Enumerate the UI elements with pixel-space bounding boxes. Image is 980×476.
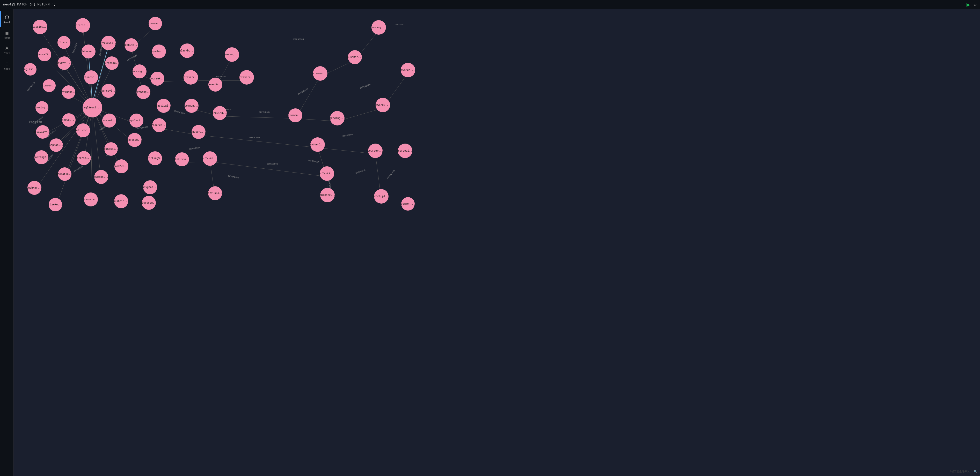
node-activat1[interactable] — [183, 70, 198, 85]
node-growing2[interactable] — [213, 106, 227, 120]
node-common4[interactable] — [288, 108, 302, 122]
sidebar-item-table[interactable]: ▦ Table — [0, 27, 13, 43]
svg-text:DEPENDSON: DEPENDSON — [73, 165, 83, 173]
node-messag1[interactable] — [132, 64, 146, 78]
node-blackbo[interactable] — [180, 43, 194, 58]
node-populari2[interactable] — [129, 114, 143, 127]
node-courseIt[interactable] — [38, 48, 51, 61]
node-pushBat[interactable] — [348, 50, 362, 64]
node-material2[interactable] — [77, 151, 91, 165]
node-seewoU[interactable] — [62, 113, 76, 127]
node-startingS1[interactable] — [148, 151, 162, 165]
node-growing4[interactable] — [35, 101, 48, 114]
node-sqlSessi2[interactable] — [104, 142, 118, 156]
node-pushSta[interactable] — [124, 38, 138, 52]
node-chinese2[interactable] — [84, 70, 98, 84]
sidebar-graph-label: Graph — [3, 21, 10, 24]
node-activat2[interactable] — [239, 70, 254, 85]
sidebar-code-label: Code — [4, 68, 10, 70]
svg-text:DEPENDSON: DEPENDSON — [259, 111, 270, 113]
zoom-indicator[interactable]: 🔍 — [974, 470, 977, 473]
node-pushMat[interactable] — [27, 181, 41, 195]
node-statusLo2[interactable] — [208, 186, 222, 200]
node-awardD1[interactable] — [208, 78, 222, 92]
node-courseW[interactable] — [368, 144, 383, 158]
node-ssvgDat[interactable] — [143, 180, 157, 194]
table-icon: ▦ — [6, 30, 8, 36]
node-growing1[interactable] — [137, 85, 150, 99]
star-button[interactable]: ☆ — [973, 2, 977, 7]
node-extensio[interactable] — [105, 56, 119, 70]
node-influen2[interactable] — [62, 86, 75, 99]
node-common2[interactable] — [313, 66, 328, 81]
svg-text:DEPENDSON: DEPENDSON — [174, 110, 185, 115]
svg-text:DEPENDSON: DEPENDSON — [127, 54, 138, 62]
main-layout: ⬡ Graph ▦ Table A Text ⊞ Code — [0, 9, 980, 476]
svg-text:DEPENDSON: DEPENDSON — [308, 159, 320, 163]
svg-text:DEPENDSON: DEPENDSON — [360, 83, 371, 89]
node-common6[interactable] — [401, 197, 415, 211]
node-userLogi[interactable] — [398, 144, 412, 158]
svg-text:DEPENDS: DEPENDS — [395, 24, 404, 26]
node-growing3[interactable] — [330, 111, 345, 125]
node-resource[interactable] — [84, 192, 98, 206]
node-populari1[interactable] — [152, 44, 166, 59]
node-enUserl1[interactable] — [191, 125, 205, 139]
node-messag2[interactable] — [225, 48, 239, 62]
node-taskDes[interactable] — [115, 159, 128, 173]
code-icon: ⊞ — [6, 61, 8, 67]
node-teach_pl[interactable] — [374, 189, 388, 204]
node-operatio[interactable] — [58, 167, 72, 181]
node-statusLo1[interactable] — [175, 152, 189, 167]
graph-svg: DEPENDSON DEPENDSON DEPENDSON DEPENDSON … — [13, 9, 980, 476]
svg-text:DEPENDSON: DEPENDSON — [189, 146, 200, 150]
node-startingS2[interactable] — [34, 150, 48, 164]
nodes-group[interactable]: sqlSessi... classical... material... inv… — [22, 17, 415, 211]
node-english[interactable] — [24, 63, 37, 76]
graph-icon: ⬡ — [5, 14, 9, 20]
sidebar-item-text[interactable]: A Text — [0, 43, 13, 58]
graph-canvas[interactable]: DEPENDSON DEPENDSON DEPENDSON DEPENDSON … — [13, 9, 980, 476]
node-common1[interactable] — [149, 17, 162, 30]
node-cwsMes[interactable] — [401, 63, 415, 77]
node-common5[interactable] — [94, 170, 108, 184]
svg-text:DEPENDSON: DEPENDSON — [27, 81, 36, 92]
node-payRefu[interactable] — [57, 56, 71, 70]
node-appMan[interactable] — [49, 138, 63, 152]
node-awardD2[interactable] — [375, 98, 390, 112]
node-inviteSta[interactable] — [101, 36, 116, 50]
node-chinese1[interactable] — [81, 44, 95, 59]
node-abTestD2[interactable] — [320, 188, 335, 202]
play-button[interactable]: ▶ — [967, 2, 970, 8]
node-courseVi[interactable] — [102, 84, 115, 98]
node-abTestS[interactable] — [320, 167, 334, 181]
node-classical1[interactable] — [33, 20, 48, 34]
node-common3[interactable] — [185, 99, 199, 113]
node-pushBin[interactable] — [114, 194, 128, 208]
node-influen1[interactable] — [57, 36, 70, 49]
node-enUserl2[interactable] — [310, 137, 325, 152]
svg-text:DEPENDSON: DEPENDSON — [72, 42, 78, 54]
node-abTestD1[interactable] — [203, 151, 217, 166]
svg-text:DEPENDSON: DEPENDSON — [215, 76, 226, 78]
sidebar-item-graph[interactable]: ⬡ Graph — [0, 11, 13, 27]
node-courseS[interactable] — [102, 114, 116, 127]
sidebar: ⬡ Graph ▦ Table A Text ⊞ Code — [0, 9, 13, 476]
node-material1[interactable] — [76, 18, 90, 33]
svg-text:DEPENDSON: DEPENDSON — [248, 136, 259, 139]
node-classical2[interactable] — [157, 99, 170, 113]
node-influen3[interactable] — [76, 124, 90, 137]
node-abTestM[interactable] — [127, 133, 142, 147]
node-sqlSessi1[interactable] — [83, 98, 102, 117]
node-courseP[interactable] — [150, 71, 164, 86]
node-activityM[interactable] — [36, 125, 49, 139]
sidebar-text-label: Text — [4, 52, 10, 55]
node-messag3[interactable] — [371, 20, 386, 35]
english-node-label: english . — [29, 121, 46, 124]
node-common7[interactable] — [43, 79, 56, 92]
sidebar-item-code[interactable]: ⊞ Code — [0, 58, 13, 73]
node-rolePer[interactable] — [152, 118, 166, 132]
node-prizeRec[interactable] — [49, 198, 62, 211]
node-pictureM[interactable] — [142, 196, 156, 210]
svg-text:DEPENDSON: DEPENDSON — [354, 169, 366, 175]
